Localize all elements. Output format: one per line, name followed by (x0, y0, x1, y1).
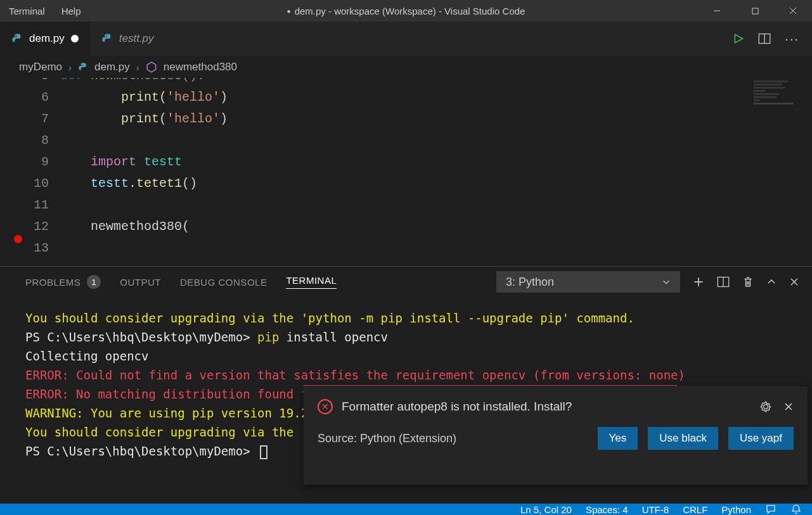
notification-toast: ✕ Formatter autopep8 is not installed. I… (304, 386, 808, 485)
breadcrumb-file[interactable]: dem.py (94, 61, 130, 73)
status-spaces[interactable]: Spaces: 4 (586, 504, 628, 515)
problems-badge: 1 (87, 275, 101, 289)
modified-dot: ● (287, 8, 291, 15)
maximize-panel-icon[interactable] (766, 277, 777, 287)
notification-source: Source: Python (Extension) (318, 432, 456, 445)
window-controls (698, 0, 812, 22)
symbol-method-icon (146, 61, 157, 73)
python-icon (11, 33, 23, 44)
status-ln-col[interactable]: Ln 5, Col 20 (520, 504, 572, 515)
run-icon[interactable] (733, 33, 744, 44)
breadcrumb-symbol[interactable]: newmethod380 (164, 61, 237, 73)
panel-tabs: PROBLEMS 1 OUTPUT DEBUG CONSOLE TERMINAL… (0, 267, 812, 297)
code-editor[interactable]: 5678910111213 def newmethod380(): print(… (0, 78, 812, 266)
tab-label: dem.py (29, 32, 65, 45)
panel-tab-output[interactable]: OUTPUT (120, 277, 161, 288)
menu-terminal[interactable]: Terminal (3, 3, 51, 19)
breakpoint-icon[interactable] (14, 235, 22, 243)
minimap[interactable] (754, 80, 811, 118)
yes-button[interactable]: Yes (598, 427, 638, 450)
new-terminal-icon[interactable] (693, 276, 704, 288)
status-encoding[interactable]: UTF-8 (642, 504, 669, 515)
split-terminal-icon[interactable] (717, 276, 730, 288)
panel-actions: 3: Python (496, 271, 799, 293)
close-button[interactable] (774, 0, 812, 22)
notification-message: Formatter autopep8 is not installed. Ins… (342, 400, 572, 414)
minimize-button[interactable] (698, 0, 736, 22)
notification-body: Source: Python (Extension) Yes Use black… (318, 427, 794, 450)
split-editor-icon[interactable] (758, 32, 771, 45)
notifications-icon[interactable] (790, 504, 802, 515)
chevron-right-icon: › (68, 62, 72, 73)
use-black-button[interactable]: Use black (648, 427, 718, 450)
kill-terminal-icon[interactable] (742, 276, 754, 288)
more-icon[interactable]: ··· (785, 32, 799, 46)
gear-icon[interactable] (759, 400, 772, 413)
editor-gutter[interactable]: 5678910111213 (0, 78, 60, 266)
breadcrumb-folder[interactable]: myDemo (19, 61, 62, 73)
panel-tab-label: PROBLEMS (25, 277, 81, 288)
breadcrumb[interactable]: myDemo › dem.py › newmethod380 (0, 56, 812, 78)
status-language[interactable]: Python (721, 504, 751, 515)
status-eol[interactable]: CRLF (683, 504, 707, 515)
terminal-selector-label: 3: Python (506, 276, 554, 289)
menu-help[interactable]: Help (55, 3, 87, 19)
menu-bar: Terminal Help (0, 3, 87, 19)
svg-rect-1 (752, 8, 758, 14)
tab-dirty-indicator[interactable] (71, 35, 79, 42)
panel-tab-terminal[interactable]: TERMINAL (286, 275, 337, 289)
python-icon (78, 62, 88, 72)
close-notification-icon[interactable] (783, 402, 794, 412)
maximize-button[interactable] (736, 0, 774, 22)
notification-header: ✕ Formatter autopep8 is not installed. I… (318, 399, 794, 414)
status-bar: Ln 5, Col 20 Spaces: 4 UTF-8 CRLF Python (0, 504, 812, 515)
panel-tab-problems[interactable]: PROBLEMS 1 (25, 275, 101, 289)
use-yapf-button[interactable]: Use yapf (728, 427, 794, 450)
window-title: ● dem.py - workspace (Workspace) - Visua… (287, 6, 525, 16)
python-icon (101, 33, 113, 44)
tab-dem-py[interactable]: dem.py (0, 22, 90, 56)
tab-label: testt.py (119, 32, 154, 45)
editor-tabs: dem.py testt.py ··· (0, 22, 812, 56)
close-panel-icon[interactable] (789, 277, 799, 287)
tab-testt-py[interactable]: testt.py (90, 22, 165, 56)
panel-tab-debug[interactable]: DEBUG CONSOLE (180, 277, 267, 288)
terminal-selector[interactable]: 3: Python (496, 271, 680, 293)
error-icon: ✕ (318, 399, 333, 414)
chevron-right-icon: › (136, 62, 139, 73)
titlebar: Terminal Help ● dem.py - workspace (Work… (0, 0, 812, 22)
feedback-icon[interactable] (765, 504, 777, 515)
tab-actions: ··· (733, 32, 812, 46)
chevron-down-icon (662, 277, 671, 286)
window-title-text: dem.py - workspace (Workspace) - Visual … (295, 6, 525, 16)
editor-code[interactable]: def newmethod380(): print('hello') print… (60, 78, 812, 266)
